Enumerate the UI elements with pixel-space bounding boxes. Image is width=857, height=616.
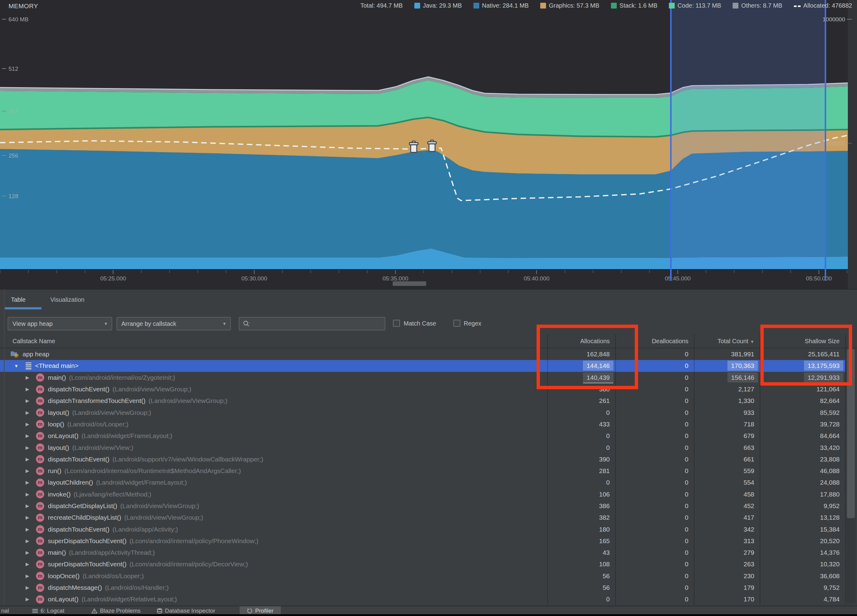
total-count-cell: 156,146	[694, 374, 760, 381]
callstack-class-path: (Landroid/os/Handler;)	[105, 584, 169, 591]
match-case-checkbox[interactable]	[393, 320, 400, 327]
column-header-allocations[interactable]: Allocations	[547, 338, 615, 345]
expand-arrow-icon[interactable]: ▶	[26, 421, 33, 427]
table-row[interactable]: ▶mlayout()(Landroid/view/ViewGroup;)0093…	[0, 407, 845, 418]
table-row[interactable]: ▶mdispatchMessage()(Landroid/os/Handler;…	[0, 582, 845, 593]
table-row[interactable]: ▶msuperDispatchTouchEvent()(Lcom/android…	[0, 558, 845, 570]
expand-arrow-icon[interactable]: ▶	[26, 573, 33, 579]
callstack-class-path: (Landroid/support/v7/view/WindowCallback…	[113, 456, 263, 463]
expand-arrow-icon[interactable]: ▶	[26, 433, 33, 438]
arrange-select-dropdown[interactable]: Arrange by callstack ▼	[116, 317, 231, 330]
expand-arrow-icon[interactable]: ▶	[26, 550, 33, 555]
table-row[interactable]: ▶mdispatchTouchEvent()(Landroid/view/Vie…	[0, 383, 845, 395]
expand-arrow-icon[interactable]: ▶	[26, 480, 33, 485]
horizontal-scrollbar-thumb[interactable]	[393, 281, 426, 286]
column-header-total-count[interactable]: Total Count ▼	[694, 338, 760, 345]
expand-arrow-icon[interactable]: ▶	[26, 398, 33, 404]
table-row[interactable]: ▶mdispatchTransformedTouchEvent()(Landro…	[0, 395, 845, 407]
expand-arrow-icon[interactable]: ▶	[26, 538, 33, 544]
shallow-size-cell: 9,952	[760, 502, 845, 509]
vertical-scrollbar-thumb[interactable]	[847, 349, 855, 518]
allocations-cell: 0	[547, 409, 615, 416]
table-row[interactable]: ▶mdispatchTouchEvent()(Landroid/support/…	[0, 454, 845, 465]
expand-arrow-icon[interactable]: ▶	[26, 585, 33, 590]
shallow-size-cell: 20,520	[760, 537, 845, 545]
table-row[interactable]: ▶mmain()(Landroid/app/ActivityThread;)43…	[0, 547, 845, 558]
table-row[interactable]: app heap162,8480381,99125,165,411	[0, 348, 845, 360]
expand-arrow-icon[interactable]: ▶	[26, 503, 33, 509]
selection-left-handle[interactable]	[670, 0, 671, 281]
expand-arrow-icon[interactable]: ▶	[26, 596, 33, 602]
table-row[interactable]: ▶mlayout()(Landroid/view/View;)0066333,4…	[0, 442, 845, 453]
table-row[interactable]: ▶mdispatchGetDisplayList()(Landroid/view…	[0, 500, 845, 512]
expand-arrow-icon[interactable]: ▶	[26, 375, 33, 380]
deallocations-cell: 0	[615, 409, 694, 416]
total-count-cell: 452	[694, 502, 760, 509]
table-row[interactable]: ▶monLayout()(Landroid/widget/FrameLayout…	[0, 430, 845, 442]
heap-select-dropdown[interactable]: View app heap ▼	[8, 317, 112, 330]
callstack-class-path: (Landroid/view/ViewGroup;)	[149, 397, 227, 404]
callstack-class-path: (Landroid/view/ViewGroup;)	[124, 514, 203, 521]
collapse-arrow-icon[interactable]: ▼	[14, 363, 21, 369]
table-row[interactable]: ▶monLayout()(Landroid/widget/RelativeLay…	[0, 593, 845, 605]
table-row[interactable]: ▶minvoke()(Ljava/lang/reflect/Method;)10…	[0, 489, 845, 500]
expand-arrow-icon[interactable]: ▶	[26, 457, 33, 462]
expand-arrow-icon[interactable]: ▶	[26, 562, 33, 567]
table-row[interactable]: ▶mlayoutChildren()(Landroid/widget/Frame…	[0, 477, 845, 488]
callstack-name: superDispatchTouchEvent()	[48, 537, 127, 545]
callstack-name-cell: ▶msuperDispatchTouchEvent()(Lcom/android…	[0, 537, 547, 545]
shallow-size-cell: 10,320	[760, 560, 845, 568]
callstack-name: invoke()	[48, 491, 71, 498]
tab-table[interactable]: Table	[11, 296, 26, 303]
callstack-name-cell: ▶minvoke()(Ljava/lang/reflect/Method;)	[0, 490, 547, 498]
table-row[interactable]: ▶mloop()(Landroid/os/Looper;)433071839,7…	[0, 418, 845, 430]
callstack-name-cell: ▶mdispatchTouchEvent()(Landroid/view/Vie…	[0, 385, 547, 394]
expand-arrow-icon[interactable]: ▶	[26, 386, 33, 392]
callstack-class-path: (Ljava/lang/reflect/Method;)	[74, 491, 151, 498]
expand-arrow-icon[interactable]: ▶	[26, 527, 33, 532]
expand-arrow-icon[interactable]: ▶	[26, 410, 33, 415]
column-header-shallow-size[interactable]: Shallow Size	[760, 338, 845, 345]
table-row[interactable]: ▼<Thread main>144,1460170,36313,175,593	[0, 360, 845, 372]
total-count-cell: 559	[694, 467, 760, 475]
expand-arrow-icon[interactable]: ▶	[26, 492, 33, 497]
callstack-class-path: (Landroid/app/Activity;)	[113, 526, 178, 533]
expand-arrow-icon[interactable]: ▶	[26, 445, 33, 451]
search-input[interactable]	[239, 317, 385, 330]
callstack-class-path: (Landroid/app/ActivityThread;)	[69, 549, 155, 556]
allocations-cell: 144,146	[547, 362, 615, 369]
allocations-cell: 0	[547, 596, 615, 603]
total-count-cell: 661	[694, 456, 760, 463]
expand-arrow-icon[interactable]: ▶	[26, 468, 33, 474]
shallow-size-cell: 46,088	[760, 467, 845, 475]
table-header: Callstack Name Allocations Deallocations…	[0, 334, 857, 348]
tab-visualization[interactable]: Visualization	[50, 296, 84, 303]
shallow-size-cell: 39,728	[760, 421, 845, 428]
shallow-size-cell: 12,291,933	[760, 374, 845, 381]
deallocations-cell: 0	[615, 397, 694, 404]
table-row[interactable]: ▶mrun()(Lcom/android/internal/os/Runtime…	[0, 465, 845, 477]
column-header-deallocations[interactable]: Deallocations	[615, 338, 694, 345]
selection-right-handle[interactable]	[825, 0, 826, 281]
allocations-cell: 56	[547, 584, 615, 591]
table-row[interactable]: ▶mrecreateChildDisplayList()(Landroid/vi…	[0, 512, 845, 523]
table-row[interactable]: ▶mdispatchTouchEvent()(Landroid/app/Acti…	[0, 523, 845, 535]
y-axis-left-label: 512	[9, 66, 18, 72]
memory-stacked-area-chart: 05:25.00005:30.00005:35.00005:40.00005:4…	[0, 0, 857, 289]
deallocations-cell: 0	[615, 456, 694, 463]
callstack-name-cell: ▶mlayout()(Landroid/view/ViewGroup;)	[0, 408, 547, 417]
regex-checkbox[interactable]	[453, 320, 460, 327]
memory-timeline-chart[interactable]: 05:25.00005:30.00005:35.00005:40.00005:4…	[0, 0, 857, 289]
legend-item: Java: 29.3 MB	[414, 2, 462, 9]
search-icon	[242, 320, 250, 328]
method-icon: m	[36, 560, 44, 568]
deallocations-cell: 0	[615, 444, 694, 451]
table-row[interactable]: ▶msuperDispatchTouchEvent()(Lcom/android…	[0, 535, 845, 547]
expand-arrow-icon[interactable]: ▶	[26, 515, 33, 520]
callstack-name-cell: ▶mloop()(Landroid/os/Looper;)	[0, 420, 547, 428]
table-row[interactable]: ▶mloopOnce()(Landroid/os/Looper;)5602303…	[0, 570, 845, 582]
table-row[interactable]: ▶mmain()(Lcom/android/internal/os/Zygote…	[0, 372, 845, 383]
callstack-class-path: (Landroid/widget/RelativeLayout;)	[81, 596, 177, 603]
column-header-callstack-name[interactable]: Callstack Name	[0, 338, 547, 345]
legend-dashed-line-icon	[794, 6, 801, 7]
